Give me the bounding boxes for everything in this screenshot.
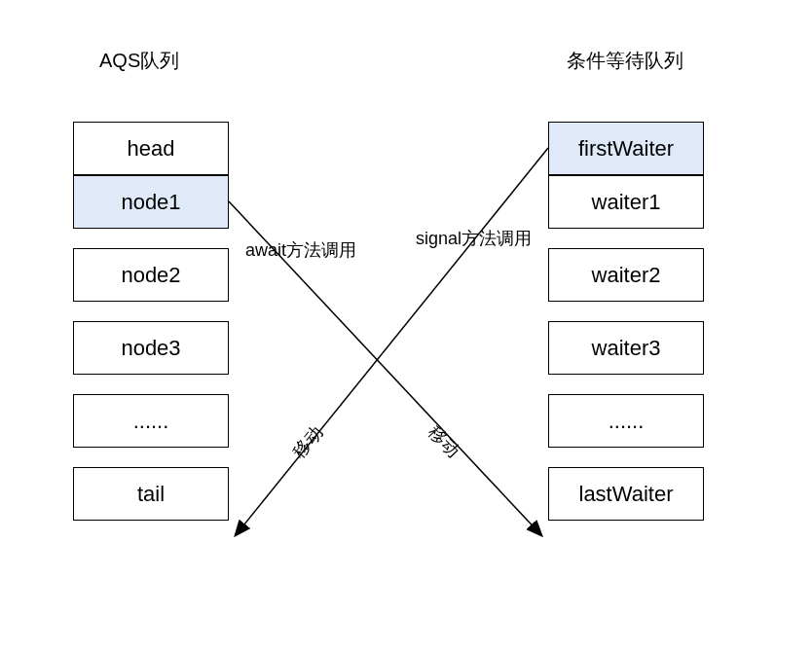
right-cell-waiter1: waiter1 [548,175,704,229]
right-cell-waiter3: waiter3 [548,321,704,375]
left-cell-tail: tail [73,467,229,521]
left-cell-node1: node1 [73,175,229,229]
left-queue-title: AQS队列 [99,48,179,74]
signal-label: signal方法调用 [416,227,532,250]
right-cell-firstwaiter: firstWaiter [548,122,704,175]
right-cell-lastwaiter: lastWaiter [548,467,704,521]
condition-queue: firstWaiter waiter1 waiter2 waiter3 ....… [548,122,704,521]
right-queue-title: 条件等待队列 [567,48,683,74]
left-cell-head: head [73,122,229,175]
signal-arrow [236,148,548,535]
left-cell-node3: node3 [73,321,229,375]
right-cell-ellipsis: ...... [548,394,704,448]
move-left-label: 移动 [287,420,327,462]
await-label: await方法调用 [245,238,356,262]
right-cell-waiter2: waiter2 [548,248,704,302]
left-cell-ellipsis: ...... [73,394,229,448]
left-cell-node2: node2 [73,248,229,302]
move-right-label: 移动 [424,421,464,463]
aqs-queue: head node1 node2 node3 ...... tail [73,122,229,521]
